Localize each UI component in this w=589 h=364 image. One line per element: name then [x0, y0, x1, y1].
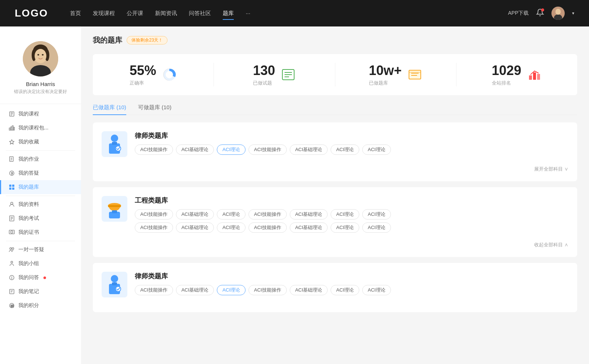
tag-2-4[interactable]: ACI技能操作: [248, 209, 287, 220]
svg-point-40: [12, 248, 14, 250]
tag-2-7[interactable]: ACI理论: [362, 209, 391, 220]
sidebar-menu: 我的课程 我的课程包... 我的收藏 我的作业 ? 我的答疑 我的题库: [0, 104, 81, 315]
qbank-body-2: 工程类题库 ACI技能操作 ACI基础理论 ACI理论 ACI技能操作 ACI基…: [135, 196, 568, 233]
stat-label-banks: 已做题库: [369, 80, 402, 86]
svg-point-11: [38, 54, 39, 56]
sidebar-item-profile[interactable]: 我的资料: [0, 197, 81, 211]
tag-1-7[interactable]: ACI理论: [362, 144, 391, 155]
tag-2-5[interactable]: ACI基础理论: [290, 209, 328, 220]
done-banks-icon: [408, 67, 422, 82]
sidebar-label-homework: 我的作业: [18, 156, 39, 163]
user-avatar[interactable]: [551, 7, 565, 20]
tag-3-4[interactable]: ACI技能操作: [248, 285, 287, 295]
qbank-header-1: 律师类题库 ACI技能操作 ACI基础理论 ACI理论 ACI技能操作 ACI基…: [102, 131, 568, 157]
tag-2-3[interactable]: ACI理论: [217, 209, 246, 220]
sidebar-sep-2: [6, 196, 75, 196]
svg-rect-20: [14, 127, 14, 130]
sidebar-item-1on1[interactable]: 一对一答疑: [0, 243, 81, 257]
tag-3-6[interactable]: ACI理论: [331, 285, 359, 295]
tag-1-4[interactable]: ACI技能操作: [248, 144, 287, 155]
svg-rect-31: [12, 188, 14, 190]
nav-news[interactable]: 新闻资讯: [155, 8, 177, 18]
tag-1-1[interactable]: ACI技能操作: [135, 144, 173, 155]
user-dropdown-arrow[interactable]: ▾: [572, 11, 574, 16]
tag-2-1[interactable]: ACI技能操作: [135, 209, 173, 220]
app-download-link[interactable]: APP下载: [508, 10, 529, 17]
svg-rect-18: [11, 127, 12, 130]
stat-done-questions-value: 130 已做试题: [253, 63, 275, 86]
nav-bank[interactable]: 题库: [223, 8, 234, 18]
tag-1-2[interactable]: ACI基础理论: [176, 144, 214, 155]
stat-rank: 1029 全站排名: [456, 63, 577, 86]
sidebar-tagline: 错误的决定比没有决定要好: [14, 89, 67, 95]
done-questions-icon: [281, 67, 296, 82]
nav-home[interactable]: 首页: [70, 8, 81, 18]
tag-3-7[interactable]: ACI理论: [362, 285, 391, 295]
stat-number-rank: 1029: [492, 63, 521, 78]
tag-1-6[interactable]: ACI理论: [331, 144, 359, 155]
stat-label-rank: 全站排名: [492, 80, 521, 86]
svg-rect-60: [529, 75, 532, 80]
svg-point-39: [10, 248, 12, 250]
expand-btn-1[interactable]: 展开全部科目 ∨: [534, 166, 568, 172]
tab-available-banks[interactable]: 可做题库 (10): [138, 104, 172, 115]
stat-done-questions: 130 已做试题: [214, 63, 335, 86]
svg-rect-59: [409, 72, 421, 73]
sidebar-item-homework[interactable]: 我的作业: [0, 152, 81, 166]
sidebar-item-points[interactable]: 积 我的积分: [0, 299, 81, 313]
lawyer-icon-1: [105, 133, 124, 155]
svg-point-3: [556, 9, 561, 15]
tag-2-11[interactable]: ACI技能操作: [248, 222, 287, 233]
sidebar-item-favorites[interactable]: 我的收藏: [0, 135, 81, 149]
sidebar-label-myqa: 我的问答: [18, 274, 39, 281]
svg-rect-62: [537, 74, 540, 80]
sidebar-item-myqa[interactable]: 我的问答: [0, 271, 81, 285]
tag-1-3[interactable]: ACI理论: [217, 144, 246, 155]
svg-marker-21: [10, 140, 14, 144]
svg-rect-19: [12, 126, 13, 130]
tag-2-8[interactable]: ACI技能操作: [135, 222, 173, 233]
sidebar-item-exam[interactable]: 我的考试: [0, 211, 81, 225]
qbank-card-lawyer-1: 律师类题库 ACI技能操作 ACI基础理论 ACI理论 ACI技能操作 ACI基…: [93, 122, 577, 181]
page-wrapper: Brian Harris 错误的决定比没有决定要好 我的课程 我的课程包... …: [0, 26, 589, 364]
tag-2-12[interactable]: ACI基础理论: [290, 222, 328, 233]
nav-menu: 首页 发现课程 公开课 新闻资讯 问答社区 题库 ···: [70, 8, 508, 18]
nav-qa[interactable]: 问答社区: [189, 8, 211, 18]
nav-discover[interactable]: 发现课程: [93, 8, 115, 18]
tag-3-5[interactable]: ACI基础理论: [290, 285, 328, 295]
tag-2-6[interactable]: ACI理论: [331, 209, 359, 220]
sidebar-item-group[interactable]: 我的小组: [0, 257, 81, 271]
sidebar-item-qbank[interactable]: 我的题库: [0, 180, 81, 194]
tag-3-2[interactable]: ACI基础理论: [176, 285, 214, 295]
tag-1-5[interactable]: ACI基础理论: [290, 144, 328, 155]
sidebar-item-certificate[interactable]: 我的证书: [0, 225, 81, 239]
accuracy-pie-icon: [162, 67, 177, 82]
tag-2-9[interactable]: ACI基础理论: [176, 222, 214, 233]
sidebar-item-course-package[interactable]: 我的课程包...: [0, 121, 81, 135]
svg-rect-28: [9, 185, 11, 187]
qbank-tags-1: ACI技能操作 ACI基础理论 ACI理论 ACI技能操作 ACI基础理论 AC…: [135, 144, 568, 155]
logo[interactable]: LOGO: [15, 7, 48, 19]
tag-3-3[interactable]: ACI理论: [217, 285, 246, 295]
sidebar-item-notes[interactable]: 我的笔记: [0, 285, 81, 299]
sidebar-item-questions[interactable]: ? 我的答疑: [0, 166, 81, 180]
tag-2-13[interactable]: ACI理论: [331, 222, 359, 233]
sidebar-profile: Brian Harris 错误的决定比没有决定要好: [0, 35, 81, 104]
tag-2-2[interactable]: ACI基础理论: [176, 209, 214, 220]
stats-card: 55% 正确率 130 已做试题: [93, 54, 577, 95]
svg-rect-73: [112, 282, 117, 285]
qbank-title-1: 律师类题库: [135, 131, 568, 140]
tag-2-14[interactable]: ACI理论: [362, 222, 391, 233]
sidebar-label-profile: 我的资料: [18, 201, 39, 208]
navbar: LOGO 首页 发现课程 公开课 新闻资讯 问答社区 题库 ··· APP下载 …: [0, 0, 589, 26]
tag-2-10[interactable]: ACI理论: [217, 222, 246, 233]
nav-more[interactable]: ···: [246, 8, 250, 18]
notification-bell[interactable]: [536, 8, 544, 18]
nav-open-course[interactable]: 公开课: [127, 8, 143, 18]
sidebar-label-points: 我的积分: [18, 302, 39, 309]
tag-3-1[interactable]: ACI技能操作: [135, 285, 173, 295]
svg-point-63: [111, 135, 118, 142]
tab-done-banks[interactable]: 已做题库 (10): [93, 104, 126, 115]
sidebar-item-my-course[interactable]: 我的课程: [0, 107, 81, 121]
collapse-btn-2[interactable]: 收起全部科目 ∧: [534, 242, 568, 248]
